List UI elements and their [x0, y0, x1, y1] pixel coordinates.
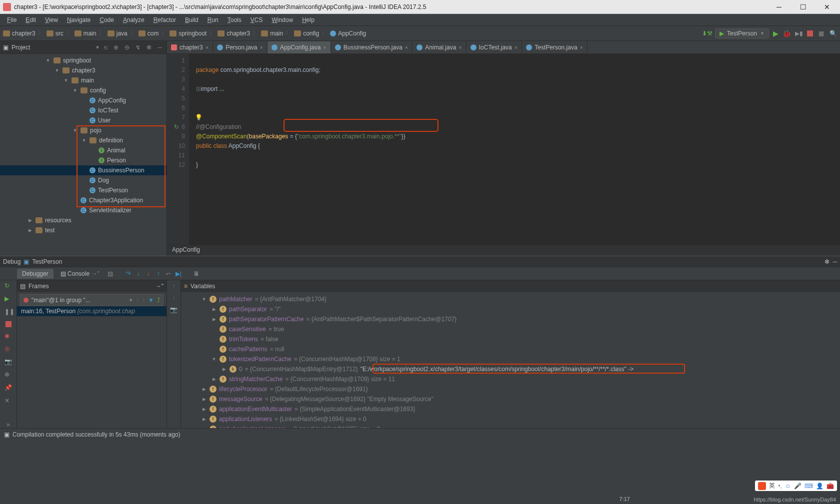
search-icon[interactable]: 🔍 [829, 29, 837, 37]
tree-item-servletinitializer[interactable]: CServletInitializer [0, 205, 166, 215]
breadcrumb-item[interactable]: java [108, 30, 128, 37]
run-to-cursor-icon[interactable]: ▶| [174, 270, 182, 278]
menu-vcs[interactable]: VCS [246, 15, 267, 24]
gear-icon[interactable]: ✻ [145, 44, 153, 51]
var-row[interactable]: ▶fapplicationEventMulticaster = {SimpleA… [181, 404, 840, 414]
build-icon[interactable]: ⬇⚒ [703, 29, 711, 37]
autoscroll-from-icon[interactable]: ⊖ [123, 44, 131, 51]
editor[interactable]: 123456789101112 package com.springboot.c… [167, 54, 840, 245]
gear-icon[interactable]: ✻ [824, 258, 830, 265]
tab-chapter3[interactable]: chapter3× [167, 41, 213, 53]
tree-item-chapter3application[interactable]: CChapter3Application [0, 195, 166, 205]
menu-refactor[interactable]: Refactor [150, 15, 180, 24]
menu-build[interactable]: Build [181, 15, 202, 24]
project-structure-icon[interactable]: ▦ [817, 29, 825, 37]
menu-view[interactable]: View [41, 15, 62, 24]
tree-item-resources[interactable]: ▶resources [0, 215, 166, 225]
tree-item-chapter3[interactable]: ▼chapter3 [0, 65, 166, 75]
var-row[interactable]: ▶fstringMatcherCache = {ConcurrentHashMa… [181, 374, 840, 384]
breadcrumb-item[interactable]: main [261, 30, 283, 37]
var-row[interactable]: ▼fpathMatcher = {AntPathMatcher@1704} [181, 294, 840, 304]
minimize-button[interactable]: ─ [772, 3, 786, 11]
filter-icon[interactable]: ▼ [148, 297, 154, 304]
step-over-icon[interactable]: ↷ [124, 270, 132, 278]
close-panel-icon[interactable]: ✕ [4, 397, 12, 405]
var-row[interactable]: ▶fpathSeparatorPatternCache = {AntPathMa… [181, 314, 840, 324]
breadcrumb-item[interactable]: chapter3 [218, 30, 250, 37]
tree-item-test[interactable]: ▶test [0, 225, 166, 235]
tree-item-ioctest[interactable]: CIoCTest [0, 105, 166, 115]
breadcrumb-item[interactable]: springboot [170, 30, 206, 37]
menu-run[interactable]: Run [204, 15, 222, 24]
pause-icon[interactable]: ❚❚ [4, 308, 12, 316]
stop-button[interactable] [807, 30, 813, 36]
chevron-down-icon[interactable]: ▼ [96, 45, 100, 50]
tree-item-config[interactable]: ▼config [0, 85, 166, 95]
restore-layout-icon[interactable]: →" [156, 283, 164, 290]
frame-row[interactable]: main:16, TestPerson (com.springboot.chap [17, 306, 166, 316]
resume-icon[interactable]: ▶ [4, 295, 12, 303]
tree-item-springboot[interactable]: ▼springboot [0, 55, 166, 65]
breadcrumb-item[interactable]: src [46, 30, 64, 37]
maximize-button[interactable]: ☐ [796, 3, 810, 11]
menu-file[interactable]: File [3, 15, 20, 24]
debug-button[interactable]: 🐞 [782, 29, 791, 37]
var-row[interactable]: ▶fapplicationListeners = {LinkedHashSet@… [181, 414, 840, 424]
var-row[interactable]: fcachePatterns = null [181, 344, 840, 354]
menu-window[interactable]: Window [268, 15, 297, 24]
hide-icon[interactable]: ─ [156, 44, 164, 51]
breadcrumb-item[interactable]: config [294, 30, 319, 37]
tab-testperson-java[interactable]: TestPerson.java× [522, 41, 588, 53]
rerun-icon[interactable]: ↻ [4, 282, 12, 290]
up-icon[interactable]: ↑ [172, 282, 176, 289]
var-row[interactable]: ▶flifecycleProcessor = {DefaultLifecycle… [181, 384, 840, 394]
project-tree[interactable]: ▼springboot▼chapter3▼main▼configCAppConf… [0, 54, 166, 256]
down-icon[interactable]: ↓ [172, 294, 176, 301]
next-frame-icon[interactable]: ↓ [142, 297, 145, 304]
step-out-icon[interactable]: ↑ [154, 270, 162, 278]
var-row[interactable]: ▶k0 = {ConcurrentHashMap$MapEntry@1712} … [181, 364, 840, 374]
settings-icon[interactable]: ✻ [4, 371, 12, 379]
run-config-selector[interactable]: ▶ TestPerson ▼ [715, 28, 769, 38]
hide-icon[interactable]: ─ [832, 258, 837, 265]
var-row[interactable]: ▶fmessageSource = {DelegatingMessageSour… [181, 394, 840, 404]
variables-tree[interactable]: ▼fpathMatcher = {AntPathMatcher@1704}▶fp… [181, 292, 840, 428]
menu-analyze[interactable]: Analyze [119, 15, 148, 24]
tree-item-appconfig[interactable]: CAppConfig [0, 95, 166, 105]
tree-item-main[interactable]: ▼main [0, 75, 166, 85]
tree-item-definition[interactable]: ▼definition [0, 135, 166, 145]
tree-item-bussinessperson[interactable]: CBussinessPerson [0, 165, 166, 175]
breadcrumb-item[interactable]: AppConfig [330, 30, 366, 37]
camera-icon[interactable]: 📷 [170, 306, 178, 313]
var-row[interactable]: ▼ftokenizedPatternCache = {ConcurrentHas… [181, 354, 840, 364]
stop-icon[interactable] [6, 321, 12, 327]
close-button[interactable]: ✕ [820, 3, 834, 11]
dump-threads-icon[interactable]: 📷 [4, 358, 12, 366]
tree-item-testperson[interactable]: CTestPerson [0, 185, 166, 195]
prev-frame-icon[interactable]: ↑ [136, 297, 139, 304]
var-row[interactable]: fcaseSensitive = true [181, 324, 840, 334]
tree-item-person[interactable]: IPerson [0, 155, 166, 165]
mute-breakpoints-icon[interactable]: ◎ [4, 345, 12, 353]
autoscroll-icon[interactable]: ⊕ [112, 44, 120, 51]
var-row[interactable]: ▶fearlyApplicationListeners = {LinkedHas… [181, 424, 840, 428]
menu-navigate[interactable]: Navigate [63, 15, 94, 24]
code-area[interactable]: package com.springboot.chapter3.main.con… [189, 54, 840, 245]
menu-tools[interactable]: Tools [224, 15, 246, 24]
tree-item-pojo[interactable]: ▼pojo [0, 125, 166, 135]
tab-console[interactable]: ▤ Console →" [56, 269, 104, 279]
menu-code[interactable]: Code [96, 15, 118, 24]
step-into-icon[interactable]: ↓ [134, 270, 142, 278]
tab-bussinessperson-java[interactable]: BussinessPerson.java× [331, 41, 413, 53]
collapse-icon[interactable]: ⎋ [102, 44, 109, 51]
menu-edit[interactable]: Edit [22, 15, 40, 24]
breadcrumb-item[interactable]: com [138, 30, 159, 37]
run-button[interactable]: ▶ [773, 29, 778, 37]
drop-frame-icon[interactable]: ⤺ [164, 270, 172, 278]
var-row[interactable]: ▶fpathSeparator = "/" [181, 304, 840, 314]
layout-icon[interactable]: ▤ [106, 270, 114, 278]
ime-bar[interactable]: 英 •, ☺ 🎤 ⌨ 👤 🧰 [755, 481, 837, 491]
menu-help[interactable]: Help [298, 15, 318, 24]
tab-appconfig-java[interactable]: AppConfig.java× [268, 41, 331, 53]
tree-item-dog[interactable]: CDog [0, 175, 166, 185]
